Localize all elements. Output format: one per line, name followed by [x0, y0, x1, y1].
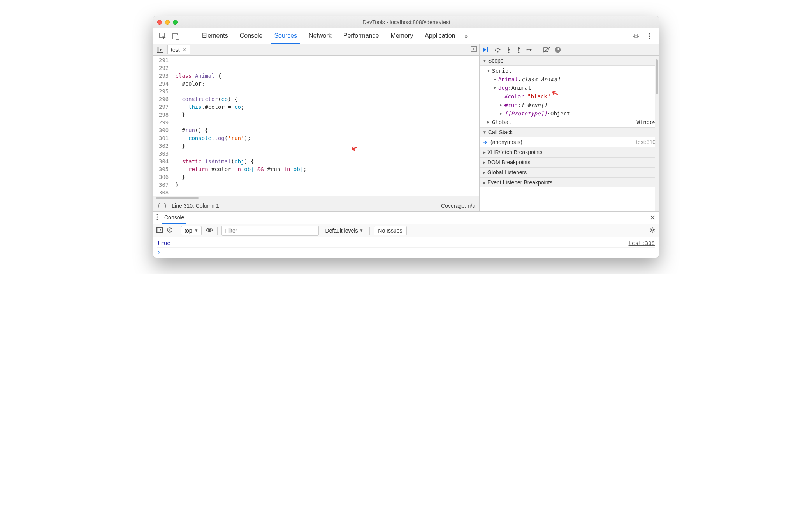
tab-network[interactable]: Network — [306, 28, 335, 44]
context-selector[interactable]: top▼ — [181, 226, 202, 235]
disclosure-triangle-icon: ▼ — [483, 130, 487, 135]
log-levels-selector[interactable]: Default levels▼ — [323, 226, 366, 235]
navigator-toggle-icon[interactable] — [156, 46, 164, 54]
frame-name: (anonymous) — [490, 139, 522, 145]
tab-performance[interactable]: Performance — [340, 28, 382, 44]
code-line: #color; — [175, 80, 476, 88]
code-line: this.#color = co; — [175, 103, 476, 111]
console-sidebar-toggle-icon[interactable] — [156, 227, 163, 234]
code-line: } — [175, 142, 476, 150]
svg-line-24 — [168, 228, 171, 231]
disclosure-triangle-icon: ▶ — [483, 180, 486, 185]
scope-dog-run[interactable]: ▶#run: f #run() — [480, 101, 659, 109]
tab-sources[interactable]: Sources — [271, 28, 300, 44]
horizontal-scrollbar[interactable] — [153, 196, 479, 200]
section-label: DOM Breakpoints — [487, 159, 530, 165]
code-line: console.log('run'); — [175, 134, 476, 142]
callstack-header[interactable]: ▼Call Stack — [480, 127, 659, 137]
tab-console[interactable]: Console — [237, 28, 266, 44]
code-line: class Animal { — [175, 72, 476, 80]
scope-dog-color[interactable]: #color: "black" ➜ — [480, 92, 659, 101]
code-line — [175, 88, 476, 95]
callstack-frame[interactable]: ➔ (anonymous) test:310 — [480, 137, 659, 147]
scope-global[interactable]: ▶GlobalWindow — [480, 118, 659, 126]
code-editor[interactable]: 2912922932942952962972982993003013023033… — [153, 56, 479, 196]
console-output: true test:308 › — [153, 237, 659, 258]
disclosure-triangle-icon: ▶ — [483, 150, 486, 154]
tabs-overflow-button[interactable]: » — [460, 31, 471, 42]
clear-console-icon[interactable] — [167, 227, 173, 234]
event-listener-breakpoints-header[interactable]: ▶Event Listener Breakpoints — [480, 177, 659, 187]
debugger-sidebar: ▼Scope ▼Script ▶Animal: class Animal ▼do… — [480, 44, 659, 211]
code-line: static isAnimal(obj) { — [175, 158, 476, 165]
log-source-link[interactable]: test:308 — [629, 240, 655, 246]
step-icon[interactable] — [526, 47, 533, 52]
scope-dog-proto[interactable]: ▶[[Prototype]]: Object — [480, 109, 659, 118]
console-log-row[interactable]: true test:308 — [157, 239, 655, 248]
svg-point-13 — [518, 51, 520, 52]
console-prompt[interactable]: › — [157, 248, 655, 256]
code-line: } — [175, 181, 476, 189]
deactivate-breakpoints-icon[interactable] — [543, 47, 550, 52]
step-over-icon[interactable] — [494, 47, 501, 52]
svg-point-18 — [157, 214, 158, 215]
live-expression-icon[interactable] — [206, 227, 213, 234]
scope-script[interactable]: ▼Script — [480, 66, 659, 75]
dom-breakpoints-header[interactable]: ▶DOM Breakpoints — [480, 157, 659, 167]
tab-application[interactable]: Application — [422, 28, 458, 44]
separator — [538, 46, 538, 53]
step-out-icon[interactable] — [516, 47, 522, 53]
maximize-window-button[interactable] — [173, 20, 178, 24]
pretty-print-button[interactable]: { } — [157, 203, 167, 209]
console-filter-input[interactable] — [221, 226, 319, 236]
traffic-lights — [157, 20, 178, 24]
code-line — [175, 150, 476, 158]
issues-button[interactable]: No Issues — [374, 226, 406, 235]
close-window-button[interactable] — [157, 20, 162, 24]
svg-point-5 — [649, 35, 650, 37]
drawer-close-icon[interactable]: ✕ — [650, 214, 656, 222]
coverage-label: Coverage: n/a — [441, 203, 475, 209]
svg-point-14 — [527, 49, 528, 50]
console-settings-icon[interactable] — [649, 227, 656, 234]
editor-status-bar: { } Line 310, Column 1 Coverage: n/a — [153, 200, 479, 211]
debug-controls — [480, 44, 659, 56]
scope-animal[interactable]: ▶Animal: class Animal — [480, 75, 659, 84]
svg-rect-17 — [558, 48, 559, 50]
disclosure-triangle-icon: ▶ — [483, 160, 486, 164]
log-value: true — [157, 240, 170, 246]
drawer-tab-console[interactable]: Console — [162, 212, 186, 224]
svg-point-6 — [649, 38, 650, 39]
console-drawer: Console ✕ top▼ Default levels▼ No Issues… — [153, 211, 659, 258]
vertical-scrollbar[interactable] — [655, 56, 659, 211]
separator — [177, 227, 177, 234]
global-listeners-header[interactable]: ▶Global Listeners — [480, 167, 659, 177]
scope-header[interactable]: ▼Scope — [480, 56, 659, 66]
drawer-menu-icon[interactable] — [156, 214, 158, 221]
inspect-element-icon[interactable] — [157, 31, 168, 42]
file-tab-bar: test ✕ — [153, 44, 479, 56]
file-tab-test[interactable]: test ✕ — [167, 45, 190, 54]
tab-memory[interactable]: Memory — [387, 28, 416, 44]
svg-rect-22 — [157, 228, 158, 233]
main-toolbar: ElementsConsoleSourcesNetworkPerformance… — [153, 28, 659, 44]
tab-elements[interactable]: Elements — [199, 28, 231, 44]
resume-icon[interactable] — [483, 47, 490, 52]
xhr-breakpoints-header[interactable]: ▶XHR/fetch Breakpoints — [480, 147, 659, 157]
scrollbar-thumb[interactable] — [656, 60, 658, 94]
section-label: Scope — [488, 58, 504, 64]
minimize-window-button[interactable] — [165, 20, 170, 24]
step-into-icon[interactable] — [506, 47, 511, 53]
scrollbar-thumb[interactable] — [156, 197, 199, 199]
code-line — [175, 189, 476, 196]
section-label: Call Stack — [488, 129, 513, 135]
settings-icon[interactable] — [631, 31, 642, 42]
pause-on-exceptions-icon[interactable] — [555, 47, 561, 53]
separator — [369, 227, 370, 234]
run-snippet-icon[interactable] — [471, 46, 477, 53]
scope-dog[interactable]: ▼dog: Animal — [480, 84, 659, 92]
device-toggle-icon[interactable] — [170, 31, 181, 42]
svg-rect-2 — [176, 35, 179, 39]
more-menu-icon[interactable] — [644, 31, 655, 42]
close-file-icon[interactable]: ✕ — [182, 47, 187, 53]
